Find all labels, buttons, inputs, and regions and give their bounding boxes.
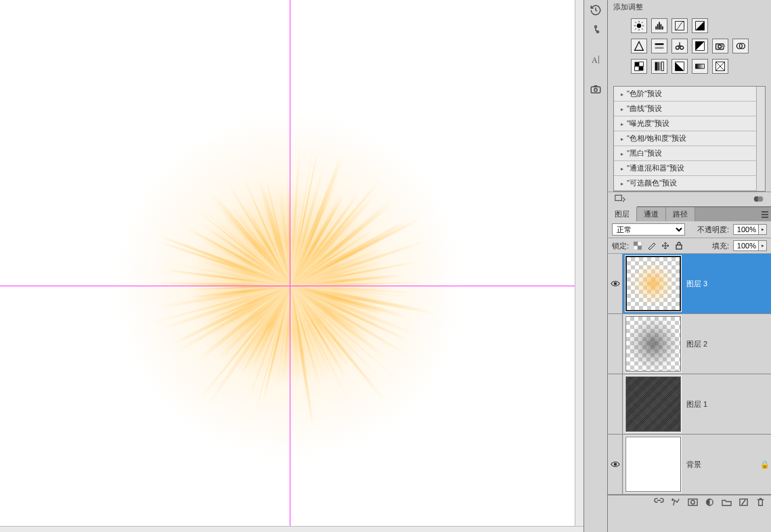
layer-visibility-toggle[interactable] (608, 435, 623, 494)
svg-point-5 (594, 89, 598, 92)
panel-tabs: 图层 通道 路径 (608, 206, 771, 221)
svg-line-14 (635, 28, 636, 30)
delete-layer-icon[interactable] (755, 497, 766, 508)
hue-saturation-icon[interactable] (651, 39, 667, 53)
fill-stepper[interactable]: ▸ (759, 240, 767, 251)
svg-rect-17 (659, 22, 660, 29)
lock-all-icon[interactable] (674, 241, 684, 250)
preset-item[interactable]: "曝光度"预设 (614, 116, 756, 131)
layer-row[interactable]: 图层 1 (608, 374, 771, 435)
expand-view-icon[interactable] (615, 194, 625, 205)
actions-icon[interactable] (584, 20, 607, 39)
svg-rect-15 (655, 26, 657, 30)
preset-item[interactable]: "色相/饱和度"预设 (614, 131, 756, 146)
layer-visibility-toggle[interactable] (608, 254, 623, 313)
preset-item[interactable]: "可选颜色"预设 (614, 176, 756, 191)
layer-visibility-toggle[interactable] (608, 314, 623, 374)
threshold-icon[interactable] (671, 59, 688, 74)
history-icon[interactable] (584, 1, 607, 20)
new-adjustment-layer-icon[interactable] (705, 497, 715, 508)
panel-menu-icon[interactable] (759, 207, 771, 221)
link-layers-icon[interactable] (654, 497, 664, 508)
tab-paths[interactable]: 路径 (666, 207, 695, 221)
layer-name-label: 图层 1 (686, 399, 759, 409)
adjustment-presets-list: "色阶"预设"曲线"预设"曝光度"预设"色相/饱和度"预设"黑白"预设"通道混和… (613, 86, 766, 192)
character-panel-icon[interactable]: A (584, 50, 607, 69)
layer-name-label: 背景 (686, 460, 759, 470)
levels-icon[interactable] (651, 18, 667, 33)
layer-name-label: 图层 3 (686, 279, 759, 289)
exposure-icon[interactable] (692, 18, 708, 33)
layer-visibility-toggle[interactable] (608, 374, 623, 434)
preset-item[interactable]: "色阶"预设 (614, 87, 756, 102)
presets-scrollbar[interactable] (756, 87, 765, 191)
opacity-input[interactable] (733, 224, 759, 235)
svg-rect-43 (659, 62, 661, 71)
svg-rect-59 (676, 245, 682, 249)
blend-opacity-row: 正常 不透明度: ▸ (608, 221, 771, 238)
curves-icon[interactable] (671, 18, 688, 33)
invert-icon[interactable] (631, 59, 647, 74)
svg-rect-57 (638, 242, 642, 246)
guide-horizontal[interactable] (0, 286, 575, 286)
posterize-icon[interactable] (651, 59, 667, 74)
layer-name-label: 图层 2 (686, 339, 759, 349)
new-group-icon[interactable] (722, 497, 732, 508)
layer-row[interactable]: 图层 2 (608, 314, 771, 374)
brightness-contrast-icon[interactable] (631, 18, 647, 33)
document-canvas[interactable] (0, 0, 575, 526)
right-panel-column: 添加调整 "色阶"预设"曲线"预设"曝光度"预设"色相/饱和度"预设"黑白"预设… (608, 0, 771, 532)
selective-color-icon[interactable] (712, 59, 728, 74)
tab-layers[interactable]: 图层 (608, 206, 637, 221)
svg-point-6 (637, 24, 641, 28)
black-white-icon[interactable] (692, 39, 708, 53)
clip-to-layer-icon[interactable] (753, 194, 764, 205)
preset-item[interactable]: "通道混和器"预设 (614, 161, 756, 176)
svg-rect-56 (638, 246, 642, 250)
svg-rect-19 (662, 26, 663, 30)
scrollbar-horizontal[interactable] (0, 526, 583, 532)
collapsed-panel-dock: A (583, 0, 608, 532)
channel-mixer-icon[interactable] (732, 39, 749, 53)
opacity-stepper[interactable]: ▸ (759, 224, 767, 235)
scrollbar-vertical[interactable] (575, 0, 583, 526)
svg-rect-41 (655, 62, 657, 71)
svg-point-54 (757, 196, 763, 202)
svg-rect-40 (635, 66, 639, 70)
preset-item[interactable]: "黑白"预设 (614, 146, 756, 161)
svg-point-26 (676, 46, 679, 49)
svg-rect-24 (655, 43, 664, 45)
svg-line-13 (642, 22, 643, 23)
layer-row[interactable]: 背景 🔒 (608, 435, 771, 495)
svg-rect-37 (635, 62, 639, 66)
tab-channels[interactable]: 通道 (637, 207, 666, 221)
adjustments-icon-grid (608, 14, 771, 86)
layer-style-icon[interactable] (671, 497, 681, 508)
lock-position-icon[interactable] (660, 241, 671, 250)
layer-mask-icon[interactable] (688, 497, 698, 508)
fill-input[interactable] (733, 240, 759, 251)
svg-rect-39 (639, 62, 643, 66)
lock-pixels-icon[interactable] (646, 241, 657, 250)
snapshot-icon[interactable] (584, 80, 607, 99)
svg-line-11 (635, 22, 636, 23)
vibrance-icon[interactable] (631, 39, 647, 53)
new-layer-icon[interactable] (739, 497, 749, 508)
opacity-label: 不透明度: (697, 225, 729, 235)
svg-point-61 (614, 463, 617, 466)
svg-point-33 (718, 45, 722, 48)
color-balance-icon[interactable] (671, 39, 688, 53)
svg-rect-18 (661, 24, 662, 30)
svg-text:A: A (592, 56, 598, 65)
preset-item[interactable]: "曲线"预设 (614, 102, 756, 116)
photo-filter-icon[interactable] (712, 39, 728, 53)
svg-point-1 (597, 31, 599, 33)
blend-mode-select[interactable]: 正常 (612, 223, 685, 236)
guide-vertical[interactable] (290, 0, 290, 526)
layers-footer (608, 495, 771, 510)
svg-point-27 (680, 46, 684, 49)
layer-row[interactable]: 图层 3 (608, 254, 771, 314)
lock-transparency-icon[interactable] (633, 241, 644, 250)
adjustments-footer (608, 192, 771, 206)
gradient-map-icon[interactable] (692, 59, 708, 74)
